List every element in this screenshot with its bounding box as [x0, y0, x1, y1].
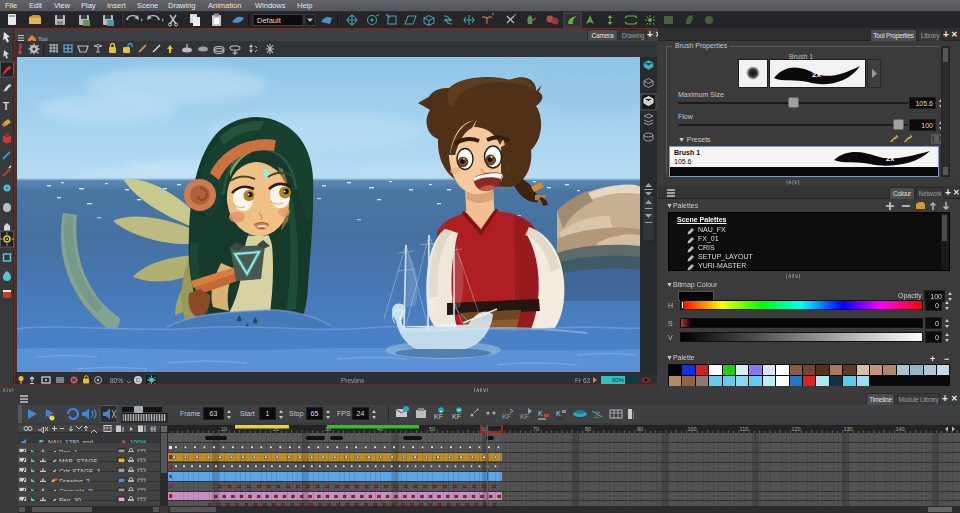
svg-text:Default: Default — [257, 16, 282, 25]
svg-text:10: 10 — [221, 426, 227, 432]
svg-text:60%: 60% — [612, 377, 625, 383]
svg-text:100: 100 — [687, 426, 696, 432]
svg-text:KF: KF — [434, 413, 443, 420]
svg-text:70: 70 — [533, 426, 539, 432]
svg-text:KF: KF — [452, 413, 461, 420]
svg-text:110: 110 — [740, 426, 749, 432]
svg-text:T: T — [3, 101, 9, 112]
svg-text:C: C — [136, 377, 141, 383]
svg-text:80%: 80% — [110, 377, 123, 384]
svg-text:140: 140 — [895, 426, 904, 432]
svg-text:Fr 63: Fr 63 — [575, 377, 591, 384]
svg-text:80: 80 — [585, 426, 591, 432]
svg-text:50: 50 — [429, 426, 435, 432]
svg-text:90: 90 — [637, 426, 643, 432]
svg-text:120: 120 — [791, 426, 800, 432]
svg-text:Preview: Preview — [341, 377, 364, 384]
svg-text:2x: 2x — [886, 154, 895, 163]
svg-text:K: K — [538, 410, 543, 417]
svg-text:130: 130 — [843, 426, 852, 432]
svg-text:KF: KF — [502, 413, 511, 420]
svg-text:K: K — [556, 410, 561, 417]
svg-text:2x: 2x — [812, 70, 821, 79]
svg-text:KF: KF — [520, 413, 529, 420]
svg-text:+: + — [440, 408, 443, 414]
